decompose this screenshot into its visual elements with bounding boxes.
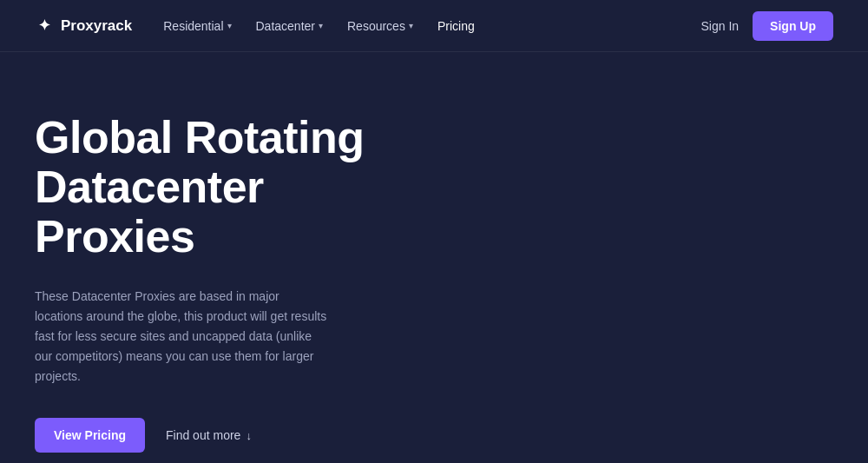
signup-button[interactable]: Sign Up: [753, 11, 833, 41]
chevron-down-icon: ▾: [319, 21, 323, 30]
hero-section: Global Rotating Datacenter Proxies These…: [0, 52, 451, 463]
navbar-right: Sign In Sign Up: [701, 11, 833, 41]
chevron-down-icon: ▾: [227, 21, 232, 30]
logo-link[interactable]: ✦ Proxyrack: [35, 17, 132, 36]
nav-item-residential: Residential ▾: [163, 19, 231, 33]
signin-button[interactable]: Sign In: [701, 19, 740, 33]
nav-links: Residential ▾ Datacenter ▾ Resources ▾ P…: [163, 19, 474, 33]
nav-link-residential[interactable]: Residential ▾: [163, 19, 231, 33]
hero-description: These Datacenter Proxies are based in ma…: [35, 287, 330, 387]
arrow-down-icon: ↓: [246, 429, 252, 442]
hero-title-line2: Datacenter: [35, 162, 264, 212]
nav-link-resources[interactable]: Resources ▾: [347, 19, 413, 33]
hero-title-line1: Global Rotating: [35, 112, 365, 162]
nav-item-datacenter: Datacenter ▾: [256, 19, 323, 33]
navbar-left: ✦ Proxyrack Residential ▾ Datacenter ▾ R…: [35, 17, 475, 36]
view-pricing-button[interactable]: View Pricing: [35, 418, 145, 453]
logo-icon: ✦: [35, 17, 54, 36]
nav-link-datacenter[interactable]: Datacenter ▾: [256, 19, 323, 33]
find-out-more-button[interactable]: Find out more ↓: [166, 428, 252, 442]
find-out-more-label: Find out more: [166, 428, 240, 442]
hero-title: Global Rotating Datacenter Proxies: [35, 113, 417, 262]
hero-actions: View Pricing Find out more ↓: [35, 418, 417, 453]
chevron-down-icon: ▾: [409, 21, 413, 30]
nav-link-pricing[interactable]: Pricing: [437, 19, 475, 33]
hero-title-line3: Proxies: [35, 211, 194, 261]
logo-text: Proxyrack: [61, 17, 132, 35]
nav-item-pricing: Pricing: [437, 19, 475, 33]
nav-item-resources: Resources ▾: [347, 19, 413, 33]
navbar: ✦ Proxyrack Residential ▾ Datacenter ▾ R…: [0, 0, 868, 52]
